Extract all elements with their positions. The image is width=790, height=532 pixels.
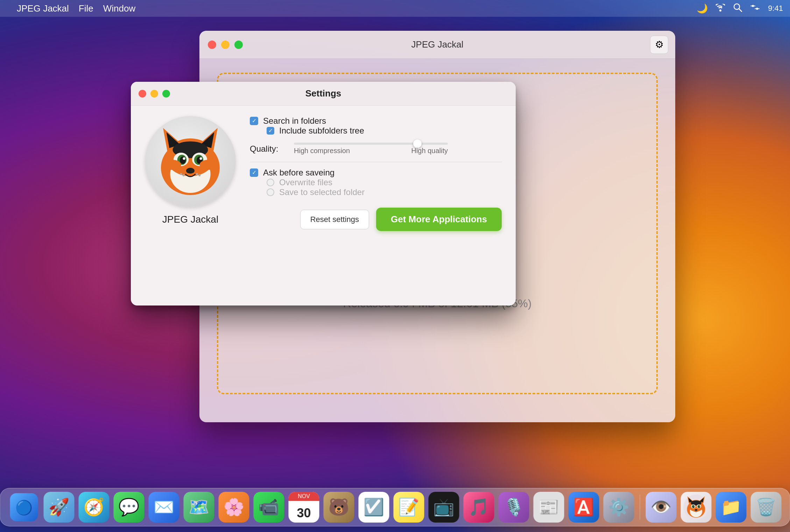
dock-safari[interactable]: 🧭 bbox=[79, 492, 110, 523]
dock-mail[interactable]: ✉️ bbox=[149, 492, 179, 523]
action-row: Reset settings Get More Applications bbox=[250, 208, 502, 231]
finder-icon: 🔵 bbox=[10, 493, 38, 521]
save-to-folder-radio[interactable] bbox=[267, 188, 274, 196]
overwrite-files-radio[interactable] bbox=[267, 179, 274, 186]
bear-icon: 🐻 bbox=[329, 497, 350, 517]
dock-reminders[interactable]: ☑️ bbox=[359, 492, 389, 523]
files-icon: 📁 bbox=[721, 497, 742, 517]
check-icon-ask: ✓ bbox=[252, 170, 256, 175]
check-icon-sub: ✓ bbox=[268, 128, 273, 134]
divider bbox=[250, 162, 502, 162]
bg-window-controls bbox=[208, 41, 243, 49]
dock-maps[interactable]: 🗺️ bbox=[184, 492, 214, 523]
dock-podcasts[interactable]: 🎙️ bbox=[499, 492, 529, 523]
dock-tv[interactable]: 📺 bbox=[429, 492, 459, 523]
svg-rect-4 bbox=[750, 6, 755, 6]
dock-preview[interactable]: 👁️ bbox=[646, 492, 677, 523]
reset-settings-button[interactable]: Reset settings bbox=[300, 210, 369, 229]
dock-calendar[interactable]: NOV 30 bbox=[289, 492, 319, 523]
overwrite-files-row: Overwrite files bbox=[250, 178, 502, 187]
facetime-icon: 📹 bbox=[259, 497, 280, 517]
menubar: JPEG Jackal File Window 🌙 bbox=[0, 0, 790, 17]
svg-point-45 bbox=[698, 505, 700, 508]
settings-window: Settings bbox=[131, 82, 516, 305]
close-button[interactable] bbox=[139, 90, 146, 98]
dock-notes[interactable]: 📝 bbox=[394, 492, 424, 523]
overwrite-files-label: Overwrite files bbox=[279, 178, 332, 187]
dock-files[interactable]: 📁 bbox=[716, 492, 747, 523]
ask-before-saving-label: Ask before saveing bbox=[263, 168, 334, 178]
control-center-icon[interactable] bbox=[750, 3, 760, 14]
window-controls bbox=[139, 90, 170, 98]
wifi-icon bbox=[715, 3, 725, 14]
dock-separator bbox=[640, 495, 640, 520]
music-icon: 🎵 bbox=[468, 497, 489, 517]
svg-rect-5 bbox=[755, 8, 760, 9]
search-in-folders-label: Search in folders bbox=[263, 116, 326, 126]
svg-point-46 bbox=[693, 506, 694, 506]
file-menu[interactable]: File bbox=[79, 3, 93, 14]
launchpad-icon: 🚀 bbox=[49, 497, 70, 517]
svg-line-1 bbox=[739, 9, 742, 12]
preview-icon: 👁️ bbox=[651, 497, 672, 517]
ask-before-saving-checkbox[interactable]: ✓ bbox=[250, 168, 258, 177]
photos-icon: 🌸 bbox=[224, 497, 245, 517]
svg-text:🔵: 🔵 bbox=[15, 499, 33, 516]
app-icon-section: JPEG Jackal bbox=[145, 116, 236, 231]
dock-facetime[interactable]: 📹 bbox=[254, 492, 284, 523]
dock-launchpad[interactable]: 🚀 bbox=[44, 492, 75, 523]
dock-bear[interactable]: 🐻 bbox=[324, 492, 354, 523]
quality-label: Quality: bbox=[250, 144, 288, 154]
calendar-month: NOV bbox=[289, 492, 319, 501]
max-button[interactable] bbox=[162, 90, 170, 98]
bg-close-button[interactable] bbox=[208, 41, 216, 49]
bg-min-button[interactable] bbox=[221, 41, 230, 49]
svg-point-48 bbox=[695, 509, 697, 511]
dock-appstore[interactable]: 🅰️ bbox=[569, 492, 599, 523]
trash-icon: 🗑️ bbox=[756, 497, 777, 517]
app-name-label: JPEG Jackal bbox=[162, 214, 218, 225]
bg-gear-button[interactable]: ⚙ bbox=[650, 36, 668, 54]
svg-point-23 bbox=[180, 173, 182, 175]
calendar-day: 30 bbox=[297, 506, 311, 520]
include-subfolders-label: Include subfolders tree bbox=[279, 126, 364, 136]
app-name-menu[interactable]: JPEG Jackal bbox=[17, 3, 69, 14]
dock-photos[interactable]: 🌸 bbox=[219, 492, 249, 523]
search-in-folders-row: ✓ Search in folders bbox=[250, 116, 502, 126]
menubar-left: JPEG Jackal File Window bbox=[7, 3, 135, 14]
save-to-folder-row: Save to selected folder bbox=[250, 187, 502, 197]
high-compression-label: High compression bbox=[294, 147, 350, 155]
get-more-applications-button[interactable]: Get More Applications bbox=[376, 208, 502, 231]
window-menu[interactable]: Window bbox=[103, 3, 135, 14]
messages-icon: 💬 bbox=[119, 497, 140, 517]
appstore-icon: 🅰️ bbox=[573, 497, 594, 517]
settings-body: JPEG Jackal ✓ Search in folders ✓ Includ… bbox=[131, 106, 516, 242]
quality-slider[interactable] bbox=[294, 143, 448, 145]
fox-icon bbox=[148, 120, 232, 203]
dock-finder[interactable]: 🔵 bbox=[9, 492, 40, 523]
dock-messages[interactable]: 💬 bbox=[114, 492, 144, 523]
include-subfolders-row: ✓ Include subfolders tree bbox=[250, 126, 502, 136]
save-to-folder-label: Save to selected folder bbox=[279, 187, 365, 197]
include-subfolders-checkbox[interactable]: ✓ bbox=[267, 127, 274, 135]
bg-max-button[interactable] bbox=[234, 41, 243, 49]
dock-jackal[interactable] bbox=[681, 492, 712, 523]
desktop: JPEG Jackal File Window 🌙 bbox=[0, 0, 790, 532]
dock: 🔵 🚀 🧭 💬 ✉️ 🗺️ 🌸 📹 bbox=[0, 488, 790, 526]
high-quality-label: High quality bbox=[411, 147, 448, 155]
dock-trash[interactable]: 🗑️ bbox=[751, 492, 782, 523]
clock-display: 9:41 bbox=[768, 4, 783, 13]
min-button[interactable] bbox=[150, 90, 158, 98]
svg-point-25 bbox=[196, 173, 198, 175]
search-in-folders-checkbox[interactable]: ✓ bbox=[250, 117, 258, 125]
svg-point-44 bbox=[693, 505, 694, 508]
dock-news[interactable]: 📰 bbox=[534, 492, 564, 523]
dock-music[interactable]: 🎵 bbox=[464, 492, 494, 523]
search-icon[interactable] bbox=[733, 3, 742, 14]
gear-icon: ⚙ bbox=[655, 39, 664, 50]
news-icon: 📰 bbox=[538, 497, 559, 517]
svg-point-47 bbox=[699, 506, 700, 506]
settings-titlebar: Settings bbox=[131, 82, 516, 106]
dock-sysprefs[interactable]: ⚙️ bbox=[604, 492, 634, 523]
slider-labels: High compression High quality bbox=[294, 147, 448, 155]
